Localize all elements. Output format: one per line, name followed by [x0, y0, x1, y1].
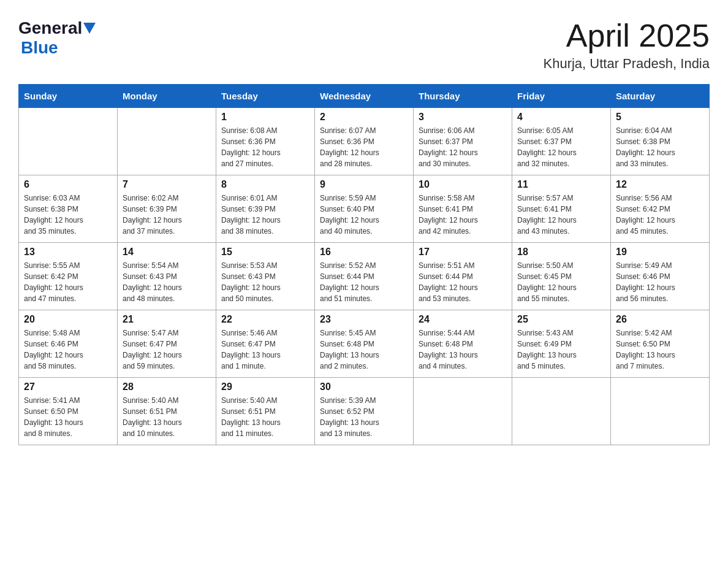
day-info: Sunrise: 5:53 AM Sunset: 6:43 PM Dayligh… — [221, 260, 309, 304]
day-info: Sunrise: 5:40 AM Sunset: 6:51 PM Dayligh… — [123, 395, 211, 439]
calendar-cell — [611, 378, 710, 445]
header-day-monday: Monday — [118, 85, 216, 108]
logo-blue-text: Blue — [21, 38, 58, 57]
day-info: Sunrise: 5:44 AM Sunset: 6:48 PM Dayligh… — [419, 327, 507, 372]
day-info: Sunrise: 5:50 AM Sunset: 6:45 PM Dayligh… — [517, 260, 605, 304]
calendar-cell: 18Sunrise: 5:50 AM Sunset: 6:45 PM Dayli… — [512, 243, 611, 310]
day-number: 22 — [221, 314, 309, 325]
header-day-friday: Friday — [512, 85, 611, 108]
calendar-cell: 9Sunrise: 5:59 AM Sunset: 6:40 PM Daylig… — [315, 175, 414, 243]
day-info: Sunrise: 5:48 AM Sunset: 6:46 PM Dayligh… — [24, 327, 112, 372]
day-info: Sunrise: 5:58 AM Sunset: 6:41 PM Dayligh… — [419, 193, 507, 237]
logo: General Blue — [18, 18, 96, 58]
header-day-tuesday: Tuesday — [216, 85, 315, 108]
day-number: 13 — [24, 247, 112, 258]
day-number: 25 — [517, 314, 605, 325]
day-number: 11 — [517, 179, 605, 190]
day-number: 2 — [320, 112, 408, 123]
day-number: 3 — [419, 112, 507, 123]
page-title: April 2025 — [544, 18, 710, 53]
calendar-cell: 29Sunrise: 5:40 AM Sunset: 6:51 PM Dayli… — [216, 378, 315, 445]
calendar-cell: 11Sunrise: 5:57 AM Sunset: 6:41 PM Dayli… — [512, 175, 611, 243]
day-number: 10 — [419, 179, 507, 190]
calendar-cell — [512, 378, 611, 445]
calendar-week-4: 20Sunrise: 5:48 AM Sunset: 6:46 PM Dayli… — [19, 310, 710, 378]
calendar-cell: 24Sunrise: 5:44 AM Sunset: 6:48 PM Dayli… — [414, 310, 512, 378]
day-number: 27 — [24, 381, 112, 393]
calendar-cell — [414, 378, 512, 445]
day-info: Sunrise: 6:01 AM Sunset: 6:39 PM Dayligh… — [221, 193, 309, 237]
day-number: 17 — [419, 247, 507, 258]
calendar-cell: 2Sunrise: 6:07 AM Sunset: 6:36 PM Daylig… — [315, 108, 414, 175]
day-number: 29 — [221, 381, 309, 393]
calendar-table: SundayMondayTuesdayWednesdayThursdayFrid… — [18, 84, 710, 445]
day-info: Sunrise: 5:54 AM Sunset: 6:43 PM Dayligh… — [123, 260, 211, 304]
calendar-cell: 14Sunrise: 5:54 AM Sunset: 6:43 PM Dayli… — [118, 243, 216, 310]
calendar-cell: 13Sunrise: 5:55 AM Sunset: 6:42 PM Dayli… — [19, 243, 118, 310]
calendar-cell — [118, 108, 216, 175]
day-info: Sunrise: 5:57 AM Sunset: 6:41 PM Dayligh… — [517, 193, 605, 237]
day-number: 12 — [616, 179, 704, 190]
header-day-sunday: Sunday — [19, 85, 118, 108]
day-number: 7 — [123, 179, 211, 190]
day-info: Sunrise: 5:40 AM Sunset: 6:51 PM Dayligh… — [221, 395, 309, 439]
day-number: 26 — [616, 314, 704, 325]
calendar-cell: 27Sunrise: 5:41 AM Sunset: 6:50 PM Dayli… — [19, 378, 118, 445]
calendar-cell: 8Sunrise: 6:01 AM Sunset: 6:39 PM Daylig… — [216, 175, 315, 243]
page-subtitle: Khurja, Uttar Pradesh, India — [544, 56, 710, 72]
calendar-week-3: 13Sunrise: 5:55 AM Sunset: 6:42 PM Dayli… — [19, 243, 710, 310]
day-number: 20 — [24, 314, 112, 325]
day-number: 24 — [419, 314, 507, 325]
day-number: 23 — [320, 314, 408, 325]
day-number: 18 — [517, 247, 605, 258]
calendar-cell: 22Sunrise: 5:46 AM Sunset: 6:47 PM Dayli… — [216, 310, 315, 378]
header-day-wednesday: Wednesday — [315, 85, 414, 108]
day-info: Sunrise: 5:52 AM Sunset: 6:44 PM Dayligh… — [320, 260, 408, 304]
calendar-cell: 17Sunrise: 5:51 AM Sunset: 6:44 PM Dayli… — [414, 243, 512, 310]
day-number: 8 — [221, 179, 309, 190]
calendar-cell: 19Sunrise: 5:49 AM Sunset: 6:46 PM Dayli… — [611, 243, 710, 310]
day-number: 28 — [123, 381, 211, 393]
day-info: Sunrise: 6:02 AM Sunset: 6:39 PM Dayligh… — [123, 193, 211, 237]
day-info: Sunrise: 6:04 AM Sunset: 6:38 PM Dayligh… — [616, 125, 704, 169]
calendar-cell: 20Sunrise: 5:48 AM Sunset: 6:46 PM Dayli… — [19, 310, 118, 378]
calendar-cell: 3Sunrise: 6:06 AM Sunset: 6:37 PM Daylig… — [414, 108, 512, 175]
calendar-header: SundayMondayTuesdayWednesdayThursdayFrid… — [19, 85, 710, 108]
calendar-cell: 26Sunrise: 5:42 AM Sunset: 6:50 PM Dayli… — [611, 310, 710, 378]
day-info: Sunrise: 5:41 AM Sunset: 6:50 PM Dayligh… — [24, 395, 112, 439]
calendar-cell: 30Sunrise: 5:39 AM Sunset: 6:52 PM Dayli… — [315, 378, 414, 445]
calendar-cell: 28Sunrise: 5:40 AM Sunset: 6:51 PM Dayli… — [118, 378, 216, 445]
day-info: Sunrise: 5:43 AM Sunset: 6:49 PM Dayligh… — [517, 327, 605, 372]
day-info: Sunrise: 6:06 AM Sunset: 6:37 PM Dayligh… — [419, 125, 507, 169]
day-info: Sunrise: 6:07 AM Sunset: 6:36 PM Dayligh… — [320, 125, 408, 169]
calendar-week-2: 6Sunrise: 6:03 AM Sunset: 6:38 PM Daylig… — [19, 175, 710, 243]
calendar-cell: 5Sunrise: 6:04 AM Sunset: 6:38 PM Daylig… — [611, 108, 710, 175]
calendar-cell: 25Sunrise: 5:43 AM Sunset: 6:49 PM Dayli… — [512, 310, 611, 378]
day-info: Sunrise: 5:39 AM Sunset: 6:52 PM Dayligh… — [320, 395, 408, 439]
calendar-cell: 23Sunrise: 5:45 AM Sunset: 6:48 PM Dayli… — [315, 310, 414, 378]
day-number: 1 — [221, 112, 309, 123]
day-number: 19 — [616, 247, 704, 258]
day-info: Sunrise: 5:45 AM Sunset: 6:48 PM Dayligh… — [320, 327, 408, 372]
day-info: Sunrise: 5:42 AM Sunset: 6:50 PM Dayligh… — [616, 327, 704, 372]
day-info: Sunrise: 5:46 AM Sunset: 6:47 PM Dayligh… — [221, 327, 309, 372]
day-number: 5 — [616, 112, 704, 123]
calendar-cell: 15Sunrise: 5:53 AM Sunset: 6:43 PM Dayli… — [216, 243, 315, 310]
day-number: 21 — [123, 314, 211, 325]
day-number: 16 — [320, 247, 408, 258]
calendar-cell: 16Sunrise: 5:52 AM Sunset: 6:44 PM Dayli… — [315, 243, 414, 310]
day-info: Sunrise: 5:55 AM Sunset: 6:42 PM Dayligh… — [24, 260, 112, 304]
calendar-week-5: 27Sunrise: 5:41 AM Sunset: 6:50 PM Dayli… — [19, 378, 710, 445]
svg-marker-0 — [83, 23, 96, 34]
calendar-cell: 21Sunrise: 5:47 AM Sunset: 6:47 PM Dayli… — [118, 310, 216, 378]
day-info: Sunrise: 5:56 AM Sunset: 6:42 PM Dayligh… — [616, 193, 704, 237]
calendar-week-1: 1Sunrise: 6:08 AM Sunset: 6:36 PM Daylig… — [19, 108, 710, 175]
day-info: Sunrise: 6:03 AM Sunset: 6:38 PM Dayligh… — [24, 193, 112, 237]
day-number: 15 — [221, 247, 309, 258]
logo-triangle-icon — [83, 23, 96, 35]
calendar-cell: 7Sunrise: 6:02 AM Sunset: 6:39 PM Daylig… — [118, 175, 216, 243]
day-number: 14 — [123, 247, 211, 258]
calendar-cell: 1Sunrise: 6:08 AM Sunset: 6:36 PM Daylig… — [216, 108, 315, 175]
header-row: SundayMondayTuesdayWednesdayThursdayFrid… — [19, 85, 710, 108]
calendar-cell: 6Sunrise: 6:03 AM Sunset: 6:38 PM Daylig… — [19, 175, 118, 243]
